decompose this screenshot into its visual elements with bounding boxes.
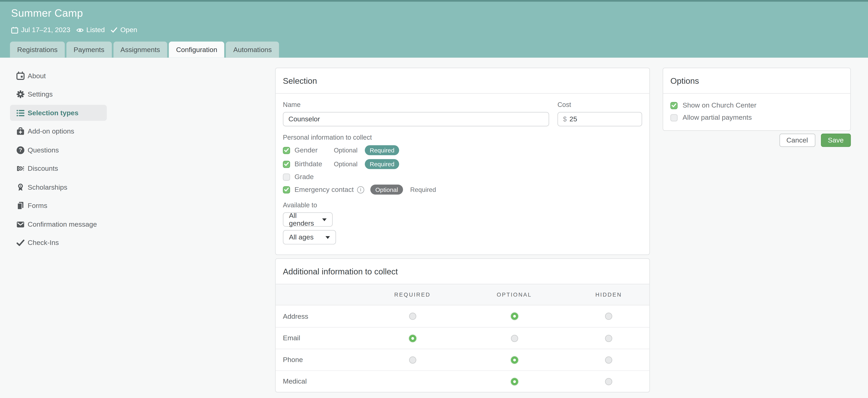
event-dates: Jul 17–21, 2023 xyxy=(11,26,70,34)
gender-dropdown-value: All genders xyxy=(289,212,318,227)
tab-payments[interactable]: Payments xyxy=(66,42,112,58)
content-area: About Settings xyxy=(0,58,868,398)
sidebar-item-confirmation-message[interactable]: Confirmation message xyxy=(10,216,107,232)
sidebar-item-label: Add-on options xyxy=(28,127,74,135)
tab-automations[interactable]: Automations xyxy=(226,42,279,58)
page-title: Summer Camp xyxy=(11,7,83,19)
save-button[interactable]: Save xyxy=(821,134,851,147)
grade-checkbox[interactable] xyxy=(283,173,290,180)
cancel-button[interactable]: Cancel xyxy=(779,134,815,147)
sidebar-item-questions[interactable]: Questions xyxy=(10,142,107,158)
emergency-contact-optional-option[interactable]: Optional xyxy=(370,185,403,195)
sidebar-item-scholarships[interactable]: Scholarships xyxy=(10,179,107,195)
cost-label: Cost xyxy=(557,101,642,109)
eye-icon xyxy=(76,26,84,33)
personal-info-row-emergency-contact: Emergency contact i Optional Required xyxy=(283,185,642,195)
email-optional-radio[interactable] xyxy=(511,335,518,342)
gender-requirement-toggle: Optional Required xyxy=(334,145,399,155)
name-label: Name xyxy=(283,101,549,109)
email-label: Email xyxy=(276,334,364,342)
age-dropdown-value: All ages xyxy=(289,233,314,241)
phone-label: Phone xyxy=(276,356,364,364)
info-icon[interactable]: i xyxy=(357,186,364,193)
option-row-partial-payments: Allow partial payments xyxy=(670,111,843,123)
envelope-icon xyxy=(16,220,25,229)
gender-dropdown[interactable]: All genders xyxy=(283,212,333,227)
sidebar-item-selection-types[interactable]: Selection types xyxy=(10,105,107,121)
sidebar-item-add-on-options[interactable]: Add-on options xyxy=(10,123,107,139)
gender-required-option[interactable]: Required xyxy=(365,145,400,155)
sidebar-item-label: Check-Ins xyxy=(28,239,59,247)
check-icon xyxy=(111,27,118,33)
briefcase-plus-icon xyxy=(16,127,25,136)
tab-assignments[interactable]: Assignments xyxy=(113,42,167,58)
available-to-label: Available to xyxy=(283,201,642,209)
medical-hidden-radio[interactable] xyxy=(605,378,612,385)
checkmark-icon xyxy=(16,238,25,247)
sidebar-item-about[interactable]: About xyxy=(10,68,107,84)
emergency-contact-checkbox[interactable] xyxy=(283,186,290,193)
sidebar-item-settings[interactable]: Settings xyxy=(10,86,107,102)
personal-info-row-grade: Grade xyxy=(283,173,642,181)
show-on-church-center-checkbox[interactable] xyxy=(670,102,677,109)
listed-label: Listed xyxy=(86,26,105,34)
allow-partial-payments-checkbox[interactable] xyxy=(670,114,677,121)
tab-registrations[interactable]: Registrations xyxy=(10,42,65,58)
birthdate-optional-option[interactable]: Optional xyxy=(334,161,358,168)
table-row-medical: Medical xyxy=(276,370,649,392)
sidebar-item-discounts[interactable]: Discounts xyxy=(10,160,107,176)
table-row-email: Email xyxy=(276,327,649,349)
emergency-contact-label: Emergency contact xyxy=(294,186,354,194)
open-label: Open xyxy=(120,26,137,34)
table-row-phone: Phone xyxy=(276,349,649,370)
gender-optional-option[interactable]: Optional xyxy=(334,147,358,154)
emergency-contact-required-option[interactable]: Required xyxy=(410,187,436,193)
gender-label: Gender xyxy=(294,146,334,154)
sidebar-item-label: Scholarships xyxy=(28,183,67,191)
additional-info-title: Additional information to collect xyxy=(276,259,649,284)
phone-required-radio[interactable] xyxy=(409,356,416,363)
open-status: Open xyxy=(111,26,137,34)
chevron-down-icon xyxy=(326,236,330,239)
birthdate-required-option[interactable]: Required xyxy=(365,159,400,169)
options-panel: Options Show on Church Center Allow part… xyxy=(662,68,851,131)
award-icon xyxy=(16,183,25,192)
sidebar-item-forms[interactable]: Forms xyxy=(10,198,107,214)
email-hidden-radio[interactable] xyxy=(605,335,612,342)
selection-panel: Selection Name Cost $ 25 Person xyxy=(275,68,650,255)
gear-icon xyxy=(16,90,25,99)
tab-configuration[interactable]: Configuration xyxy=(169,42,224,58)
sidebar-item-label: Questions xyxy=(28,146,59,154)
documents-icon xyxy=(16,201,25,210)
sidebar-item-label: Settings xyxy=(28,90,53,98)
personal-info-row-gender: Gender Optional Required xyxy=(283,145,642,155)
name-input[interactable] xyxy=(283,112,549,126)
visibility-status: Listed xyxy=(76,26,105,34)
address-hidden-radio[interactable] xyxy=(605,313,612,320)
address-required-radio[interactable] xyxy=(409,313,416,320)
age-dropdown[interactable]: All ages xyxy=(283,230,336,245)
show-on-church-center-label: Show on Church Center xyxy=(682,102,756,109)
birthdate-label: Birthdate xyxy=(294,160,334,168)
question-circle-icon xyxy=(16,146,25,154)
emergency-contact-requirement-toggle: Optional Required xyxy=(370,185,436,195)
address-label: Address xyxy=(276,312,364,320)
table-column-header: REQUIRED OPTIONAL HIDDEN xyxy=(276,284,649,306)
address-optional-radio[interactable] xyxy=(511,313,518,320)
event-date-range: Jul 17–21, 2023 xyxy=(21,26,70,34)
column-optional: OPTIONAL xyxy=(461,291,568,297)
chevron-down-icon xyxy=(322,218,327,221)
phone-optional-radio[interactable] xyxy=(511,356,518,363)
option-row-church-center: Show on Church Center xyxy=(670,99,843,111)
cost-input[interactable]: $ 25 xyxy=(557,112,642,126)
allow-partial-payments-label: Allow partial payments xyxy=(682,114,752,121)
sidebar-item-check-ins[interactable]: Check-Ins xyxy=(10,235,107,251)
medical-optional-radio[interactable] xyxy=(511,378,518,385)
birthdate-checkbox[interactable] xyxy=(283,161,290,168)
phone-hidden-radio[interactable] xyxy=(605,356,612,363)
personal-info-heading: Personal information to collect xyxy=(283,134,642,141)
gender-checkbox[interactable] xyxy=(283,147,290,154)
sidebar-item-label: Discounts xyxy=(28,165,58,172)
configuration-sidebar: About Settings xyxy=(10,68,107,254)
email-required-radio[interactable] xyxy=(409,335,416,342)
